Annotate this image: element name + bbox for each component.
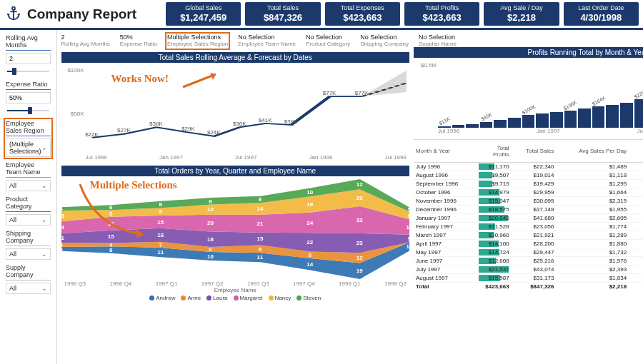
chevron-down-icon: ⌄ [41, 182, 47, 189]
tick-label: 1996 Q4 [110, 280, 132, 287]
table-row[interactable]: November 1996 $15,047 $30,095 $2,315 $65… [414, 197, 643, 206]
kpi-row: Global Sales $1,247,459 Total Sales $847… [166, 2, 643, 26]
filter-label: Rolling Avg Months [61, 41, 110, 48]
cell-total-sales: $41,680 [512, 214, 557, 223]
stream-chart-x-label: Employee Name [61, 287, 409, 293]
card-title-line: Total Sales Rolling Average & Forecast b… [61, 52, 409, 63]
kpi-value: $1,247,459 [166, 12, 241, 23]
dropdown-value: All [9, 285, 16, 292]
kpi-value: $423,663 [404, 12, 479, 23]
table-row[interactable]: July 1996 $11,170 $22,340 $1,489 [414, 163, 643, 171]
cell-total-sales: $19,014 [512, 171, 557, 180]
table-row[interactable]: April 1997 $14,100 $28,200 $1,880 $591 4… [414, 240, 643, 248]
cell-diff: $650 [629, 214, 643, 223]
product-dropdown[interactable]: All ⌄ [6, 214, 51, 226]
dropdown-value: (Multiple Selections) [9, 141, 41, 155]
shipping-dropdown[interactable]: All ⌄ [6, 248, 51, 260]
slicer-label: Employee Team Name [6, 161, 51, 178]
cell-total-profits: $14,100 [479, 240, 512, 248]
kpi-value: $2,218 [484, 12, 559, 23]
cell-month: November 1996 [414, 197, 479, 206]
legend-item: Steven [296, 295, 321, 301]
cell-diff [629, 163, 643, 171]
region-dropdown[interactable]: (Multiple Selections) ⌄ [6, 138, 51, 157]
table-row[interactable]: March 1997 $10,960 $21,921 $1,289 ($484)… [414, 231, 643, 240]
stream-chart-legend: AndrewAnneLauraMargaretNancySteven [61, 293, 409, 301]
table-row[interactable]: May 1997 $14,724 $29,447 $1,732 ($148) -… [414, 248, 643, 257]
stream-chart-plot [61, 179, 409, 279]
cell-avg-sales-day: $1,489 [557, 163, 629, 171]
line-chart-plot: $22K$27K$36K$29K$24K$36K$41K$39K$77K$77K [86, 64, 407, 154]
tick-label: 1998 Q2 [384, 280, 407, 287]
data-label: $24K [207, 129, 221, 136]
cell-avg-sales-day: $1,732 [557, 248, 629, 257]
table-row[interactable]: July 1997 $21,537 $43,074 $2,393 $817 51… [414, 266, 643, 274]
filter-summary-item: No Selection Employee Team Name [238, 34, 296, 48]
profits-table[interactable]: Month & YearTotal ProfitsTotal SalesAvg … [414, 139, 643, 364]
column-header[interactable]: Avg Sales Per Day [557, 140, 629, 163]
slicer-label: Supply Company [6, 264, 51, 280]
expense-ratio-slider[interactable] [6, 106, 51, 116]
column-header[interactable]: Total Profits [479, 140, 512, 163]
column-header[interactable]: MoM Avg Sales / Day Diff [629, 140, 643, 163]
data-label: $39K [284, 118, 298, 125]
dropdown-value: All [9, 182, 16, 189]
bar-chart[interactable]: $0.5M $11K$45K$100K$136K$164K$220K$259K$… [414, 59, 643, 138]
card-title-bar: Profits Running Total by Month & Year [414, 47, 643, 58]
table-row[interactable]: September 1996 $9,715 $19,429 $1,295 $17… [414, 180, 643, 188]
cell-total-profits: $11,528 [479, 223, 512, 231]
data-label: $36K [233, 121, 246, 127]
kpi-label: Global Sales [166, 4, 241, 11]
cell-diff: ($559) [629, 274, 643, 283]
rolling-months-input[interactable] [6, 53, 51, 64]
dropdown-value: All [9, 216, 16, 223]
cell-total-profits: $12,608 [479, 257, 512, 266]
kpi-card: Global Sales $1,247,459 [166, 2, 241, 26]
supply-dropdown[interactable]: All ⌄ [6, 283, 51, 294]
bar-chart-x-axis: Jul 1996Jan 1997Jul 1997Jan 1998 [438, 128, 643, 138]
bar [494, 120, 507, 128]
cell-month: December 1996 [414, 206, 479, 214]
rolling-months-slider[interactable] [6, 66, 51, 76]
tick-label: 1996 Q3 [64, 280, 86, 287]
cell-total-profits: $15,047 [479, 197, 512, 206]
kpi-card: Total Profits $423,663 [404, 2, 479, 26]
column-header[interactable]: Month & Year [414, 140, 479, 163]
cell-month: April 1997 [414, 240, 479, 248]
team-dropdown[interactable]: All ⌄ [6, 180, 51, 191]
table-row[interactable]: December 1996 $18,575 $37,148 $1,955 ($3… [414, 206, 643, 214]
cell-total-sales: $37,148 [512, 206, 557, 214]
cell-avg-sales-day: $1,955 [557, 206, 629, 214]
sidebar: Rolling Avg Months Expense Ratio Employe… [0, 30, 57, 364]
table-row[interactable]: February 1997 $11,528 $23,056 $1,774 ($8… [414, 223, 643, 231]
line-chart[interactable]: Works Now! $100K $50K $22K$27K$36K$29K$2… [61, 64, 409, 164]
stream-chart-x-axis: 1996 Q31996 Q41997 Q11997 Q21997 Q31997 … [61, 280, 409, 287]
cell-avg-sales-day: $2,315 [557, 197, 629, 206]
slicer-label: Expense Ratio [6, 81, 51, 90]
table-row[interactable]: January 1997 $20,840 $41,680 $2,605 $650… [414, 214, 643, 223]
header: Company Report Global Sales $1,247,459 T… [0, 0, 643, 30]
table-row[interactable]: August 1996 $9,507 $19,014 $1,118 ($371)… [414, 171, 643, 180]
table-row[interactable]: June 1997 $12,608 $25,216 $1,576 ($156) … [414, 257, 643, 266]
kpi-value: $423,663 [325, 12, 400, 23]
kpi-label: Last Order Date [564, 4, 639, 11]
column-header[interactable]: Total Sales [512, 140, 557, 163]
table-row[interactable]: August 1997 $15,587 $31,173 $1,834 ($559… [414, 274, 643, 283]
stream-chart[interactable]: 5811101114191054769812111516181522239141… [61, 179, 409, 304]
filter-label: Product Category [306, 41, 350, 48]
chevron-down-icon: ⌄ [41, 144, 47, 151]
cell-total-profits: $9,507 [479, 171, 512, 180]
cell-diff: ($156) [629, 257, 643, 266]
kpi-label: Avg Sale / Day [484, 4, 559, 11]
bar [508, 118, 521, 128]
data-label: $41K [259, 117, 272, 123]
cell-total-profits: $10,960 [479, 231, 512, 240]
expense-ratio-input[interactable] [6, 92, 51, 103]
data-label: $164K [591, 96, 606, 107]
cell-month: June 1997 [414, 257, 479, 266]
kpi-label: Total Expenses [325, 4, 400, 11]
data-label: $36K [149, 121, 163, 127]
table-row[interactable]: October 1996 $14,979 $29,959 $1,664 $369… [414, 188, 643, 197]
content: 2 Rolling Avg Months 50% Expense Ratio M… [57, 30, 643, 364]
filter-summary-item: No Selection Product Category [306, 34, 350, 48]
